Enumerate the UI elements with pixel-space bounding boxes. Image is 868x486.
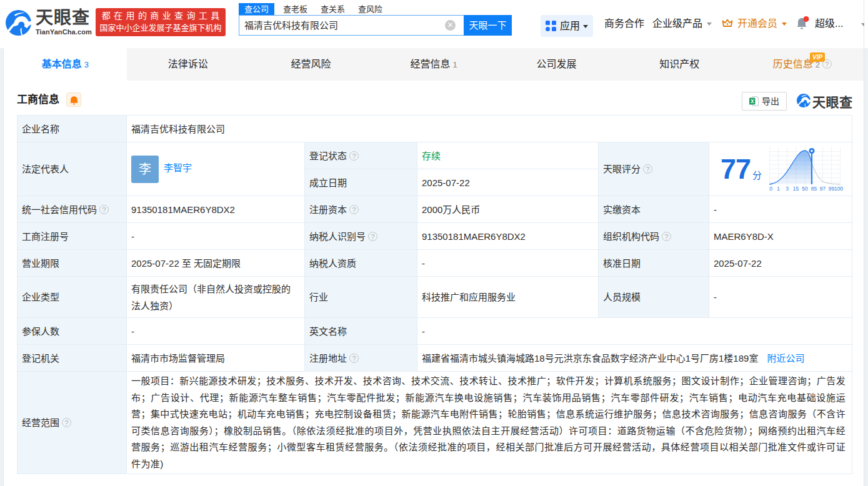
svg-text:85: 85 — [811, 186, 817, 192]
svg-text:100: 100 — [834, 186, 843, 192]
svg-text:0: 0 — [769, 186, 772, 192]
svg-text:1: 1 — [777, 186, 780, 192]
svg-text:3: 3 — [786, 186, 789, 192]
svg-text:15: 15 — [793, 186, 799, 192]
svg-text:50: 50 — [802, 186, 809, 192]
svg-text:97: 97 — [820, 186, 826, 192]
